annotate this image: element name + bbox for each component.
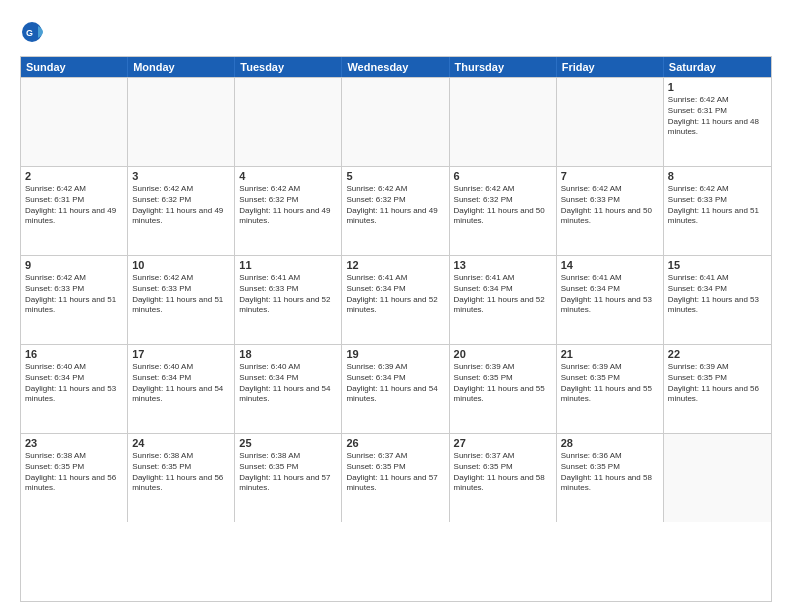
calendar-cell-7: 7Sunrise: 6:42 AM Sunset: 6:33 PM Daylig… xyxy=(557,167,664,255)
header-day-monday: Monday xyxy=(128,57,235,77)
day-number: 19 xyxy=(346,348,444,360)
cell-info: Sunrise: 6:39 AM Sunset: 6:35 PM Dayligh… xyxy=(454,362,552,405)
cell-info: Sunrise: 6:40 AM Sunset: 6:34 PM Dayligh… xyxy=(132,362,230,405)
cell-info: Sunrise: 6:42 AM Sunset: 6:32 PM Dayligh… xyxy=(132,184,230,227)
calendar-cell-empty-0-5 xyxy=(557,78,664,166)
calendar-cell-22: 22Sunrise: 6:39 AM Sunset: 6:35 PM Dayli… xyxy=(664,345,771,433)
day-number: 14 xyxy=(561,259,659,271)
calendar-cell-empty-0-0 xyxy=(21,78,128,166)
day-number: 4 xyxy=(239,170,337,182)
calendar-cell-4: 4Sunrise: 6:42 AM Sunset: 6:32 PM Daylig… xyxy=(235,167,342,255)
calendar-cell-11: 11Sunrise: 6:41 AM Sunset: 6:33 PM Dayli… xyxy=(235,256,342,344)
cell-info: Sunrise: 6:41 AM Sunset: 6:34 PM Dayligh… xyxy=(668,273,767,316)
calendar-cell-20: 20Sunrise: 6:39 AM Sunset: 6:35 PM Dayli… xyxy=(450,345,557,433)
day-number: 21 xyxy=(561,348,659,360)
cell-info: Sunrise: 6:40 AM Sunset: 6:34 PM Dayligh… xyxy=(239,362,337,405)
day-number: 10 xyxy=(132,259,230,271)
calendar-cell-2: 2Sunrise: 6:42 AM Sunset: 6:31 PM Daylig… xyxy=(21,167,128,255)
header: G xyxy=(20,18,772,46)
cell-info: Sunrise: 6:37 AM Sunset: 6:35 PM Dayligh… xyxy=(454,451,552,494)
day-number: 12 xyxy=(346,259,444,271)
calendar-cell-9: 9Sunrise: 6:42 AM Sunset: 6:33 PM Daylig… xyxy=(21,256,128,344)
day-number: 20 xyxy=(454,348,552,360)
calendar-cell-27: 27Sunrise: 6:37 AM Sunset: 6:35 PM Dayli… xyxy=(450,434,557,522)
day-number: 8 xyxy=(668,170,767,182)
calendar-cell-empty-0-2 xyxy=(235,78,342,166)
header-day-saturday: Saturday xyxy=(664,57,771,77)
svg-text:G: G xyxy=(26,28,33,38)
day-number: 16 xyxy=(25,348,123,360)
calendar-cell-8: 8Sunrise: 6:42 AM Sunset: 6:33 PM Daylig… xyxy=(664,167,771,255)
calendar-cell-26: 26Sunrise: 6:37 AM Sunset: 6:35 PM Dayli… xyxy=(342,434,449,522)
day-number: 27 xyxy=(454,437,552,449)
calendar-cell-19: 19Sunrise: 6:39 AM Sunset: 6:34 PM Dayli… xyxy=(342,345,449,433)
cell-info: Sunrise: 6:37 AM Sunset: 6:35 PM Dayligh… xyxy=(346,451,444,494)
header-day-friday: Friday xyxy=(557,57,664,77)
calendar-cell-15: 15Sunrise: 6:41 AM Sunset: 6:34 PM Dayli… xyxy=(664,256,771,344)
day-number: 28 xyxy=(561,437,659,449)
page: G SundayMondayTuesdayWednesdayThursdayFr… xyxy=(0,0,792,612)
calendar-cell-16: 16Sunrise: 6:40 AM Sunset: 6:34 PM Dayli… xyxy=(21,345,128,433)
cell-info: Sunrise: 6:39 AM Sunset: 6:34 PM Dayligh… xyxy=(346,362,444,405)
cell-info: Sunrise: 6:41 AM Sunset: 6:33 PM Dayligh… xyxy=(239,273,337,316)
calendar-row-3: 16Sunrise: 6:40 AM Sunset: 6:34 PM Dayli… xyxy=(21,344,771,433)
calendar-cell-24: 24Sunrise: 6:38 AM Sunset: 6:35 PM Dayli… xyxy=(128,434,235,522)
cell-info: Sunrise: 6:38 AM Sunset: 6:35 PM Dayligh… xyxy=(239,451,337,494)
calendar-row-1: 2Sunrise: 6:42 AM Sunset: 6:31 PM Daylig… xyxy=(21,166,771,255)
calendar-cell-14: 14Sunrise: 6:41 AM Sunset: 6:34 PM Dayli… xyxy=(557,256,664,344)
calendar-body: 1Sunrise: 6:42 AM Sunset: 6:31 PM Daylig… xyxy=(21,77,771,522)
calendar-cell-6: 6Sunrise: 6:42 AM Sunset: 6:32 PM Daylig… xyxy=(450,167,557,255)
day-number: 23 xyxy=(25,437,123,449)
calendar-cell-3: 3Sunrise: 6:42 AM Sunset: 6:32 PM Daylig… xyxy=(128,167,235,255)
cell-info: Sunrise: 6:42 AM Sunset: 6:33 PM Dayligh… xyxy=(132,273,230,316)
day-number: 3 xyxy=(132,170,230,182)
cell-info: Sunrise: 6:42 AM Sunset: 6:32 PM Dayligh… xyxy=(239,184,337,227)
cell-info: Sunrise: 6:42 AM Sunset: 6:31 PM Dayligh… xyxy=(25,184,123,227)
calendar-cell-21: 21Sunrise: 6:39 AM Sunset: 6:35 PM Dayli… xyxy=(557,345,664,433)
cell-info: Sunrise: 6:39 AM Sunset: 6:35 PM Dayligh… xyxy=(668,362,767,405)
calendar-cell-17: 17Sunrise: 6:40 AM Sunset: 6:34 PM Dayli… xyxy=(128,345,235,433)
header-day-tuesday: Tuesday xyxy=(235,57,342,77)
calendar-cell-10: 10Sunrise: 6:42 AM Sunset: 6:33 PM Dayli… xyxy=(128,256,235,344)
cell-info: Sunrise: 6:42 AM Sunset: 6:33 PM Dayligh… xyxy=(25,273,123,316)
calendar-row-4: 23Sunrise: 6:38 AM Sunset: 6:35 PM Dayli… xyxy=(21,433,771,522)
day-number: 17 xyxy=(132,348,230,360)
cell-info: Sunrise: 6:38 AM Sunset: 6:35 PM Dayligh… xyxy=(132,451,230,494)
calendar-cell-empty-0-4 xyxy=(450,78,557,166)
calendar-cell-18: 18Sunrise: 6:40 AM Sunset: 6:34 PM Dayli… xyxy=(235,345,342,433)
calendar-cell-empty-0-3 xyxy=(342,78,449,166)
header-day-thursday: Thursday xyxy=(450,57,557,77)
calendar-cell-1: 1Sunrise: 6:42 AM Sunset: 6:31 PM Daylig… xyxy=(664,78,771,166)
day-number: 1 xyxy=(668,81,767,93)
day-number: 9 xyxy=(25,259,123,271)
header-day-wednesday: Wednesday xyxy=(342,57,449,77)
cell-info: Sunrise: 6:40 AM Sunset: 6:34 PM Dayligh… xyxy=(25,362,123,405)
day-number: 25 xyxy=(239,437,337,449)
cell-info: Sunrise: 6:42 AM Sunset: 6:33 PM Dayligh… xyxy=(561,184,659,227)
day-number: 22 xyxy=(668,348,767,360)
calendar-header: SundayMondayTuesdayWednesdayThursdayFrid… xyxy=(21,57,771,77)
day-number: 2 xyxy=(25,170,123,182)
day-number: 11 xyxy=(239,259,337,271)
calendar-row-2: 9Sunrise: 6:42 AM Sunset: 6:33 PM Daylig… xyxy=(21,255,771,344)
cell-info: Sunrise: 6:42 AM Sunset: 6:33 PM Dayligh… xyxy=(668,184,767,227)
cell-info: Sunrise: 6:36 AM Sunset: 6:35 PM Dayligh… xyxy=(561,451,659,494)
logo: G xyxy=(20,18,52,46)
calendar-cell-5: 5Sunrise: 6:42 AM Sunset: 6:32 PM Daylig… xyxy=(342,167,449,255)
day-number: 6 xyxy=(454,170,552,182)
calendar-cell-13: 13Sunrise: 6:41 AM Sunset: 6:34 PM Dayli… xyxy=(450,256,557,344)
calendar: SundayMondayTuesdayWednesdayThursdayFrid… xyxy=(20,56,772,602)
cell-info: Sunrise: 6:42 AM Sunset: 6:32 PM Dayligh… xyxy=(346,184,444,227)
day-number: 26 xyxy=(346,437,444,449)
cell-info: Sunrise: 6:41 AM Sunset: 6:34 PM Dayligh… xyxy=(454,273,552,316)
cell-info: Sunrise: 6:42 AM Sunset: 6:31 PM Dayligh… xyxy=(668,95,767,138)
cell-info: Sunrise: 6:38 AM Sunset: 6:35 PM Dayligh… xyxy=(25,451,123,494)
cell-info: Sunrise: 6:41 AM Sunset: 6:34 PM Dayligh… xyxy=(561,273,659,316)
cell-info: Sunrise: 6:39 AM Sunset: 6:35 PM Dayligh… xyxy=(561,362,659,405)
calendar-cell-empty-0-1 xyxy=(128,78,235,166)
calendar-cell-empty-4-6 xyxy=(664,434,771,522)
day-number: 7 xyxy=(561,170,659,182)
day-number: 5 xyxy=(346,170,444,182)
day-number: 18 xyxy=(239,348,337,360)
calendar-row-0: 1Sunrise: 6:42 AM Sunset: 6:31 PM Daylig… xyxy=(21,77,771,166)
